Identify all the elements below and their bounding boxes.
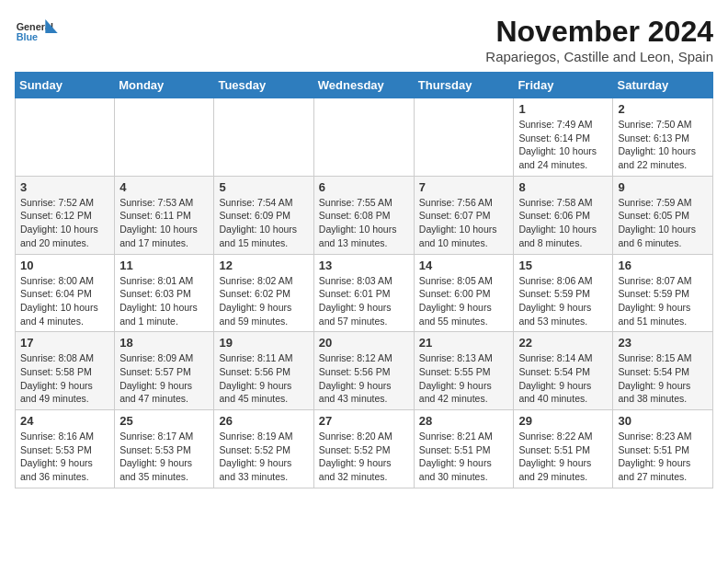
calendar-cell: 11Sunrise: 8:01 AM Sunset: 6:03 PM Dayli… (115, 254, 214, 332)
day-number: 15 (518, 259, 608, 272)
day-info: Sunrise: 7:58 AM Sunset: 6:06 PM Dayligh… (518, 196, 608, 250)
location: Rapariegos, Castille and Leon, Spain (485, 49, 713, 64)
day-number: 21 (419, 336, 509, 350)
day-number: 26 (219, 414, 308, 428)
day-number: 3 (20, 180, 109, 194)
calendar-cell (214, 98, 313, 177)
calendar-cell: 13Sunrise: 8:03 AM Sunset: 6:01 PM Dayli… (313, 254, 414, 332)
day-number: 24 (20, 414, 109, 428)
day-info: Sunrise: 7:53 AM Sunset: 6:11 PM Dayligh… (119, 196, 209, 250)
day-info: Sunrise: 8:16 AM Sunset: 5:53 PM Dayligh… (20, 430, 109, 484)
weekday-header: Tuesday (214, 73, 313, 98)
calendar-week-row: 24Sunrise: 8:16 AM Sunset: 5:53 PM Dayli… (16, 410, 713, 488)
calendar-cell: 12Sunrise: 8:02 AM Sunset: 6:02 PM Dayli… (214, 254, 313, 332)
logo-svg: General Blue (15, 15, 61, 52)
day-number: 13 (319, 259, 409, 272)
day-number: 12 (219, 259, 308, 272)
day-info: Sunrise: 8:09 AM Sunset: 5:57 PM Dayligh… (119, 351, 209, 406)
day-info: Sunrise: 8:23 AM Sunset: 5:51 PM Dayligh… (618, 430, 708, 484)
calendar-cell (115, 98, 214, 177)
calendar-cell: 22Sunrise: 8:14 AM Sunset: 5:54 PM Dayli… (514, 332, 613, 410)
calendar-cell: 28Sunrise: 8:21 AM Sunset: 5:51 PM Dayli… (414, 410, 514, 488)
calendar-cell: 25Sunrise: 8:17 AM Sunset: 5:53 PM Dayli… (115, 410, 214, 488)
day-info: Sunrise: 7:49 AM Sunset: 6:14 PM Dayligh… (518, 118, 608, 172)
day-info: Sunrise: 8:01 AM Sunset: 6:03 PM Dayligh… (119, 274, 209, 328)
day-info: Sunrise: 8:11 AM Sunset: 5:56 PM Dayligh… (219, 351, 308, 406)
month-title: November 2024 (485, 15, 713, 49)
day-number: 22 (518, 336, 608, 350)
day-number: 2 (618, 102, 708, 116)
day-info: Sunrise: 8:12 AM Sunset: 5:56 PM Dayligh… (319, 351, 409, 406)
day-number: 18 (119, 336, 209, 350)
calendar-week-row: 3Sunrise: 7:52 AM Sunset: 6:12 PM Daylig… (16, 176, 713, 254)
day-info: Sunrise: 8:21 AM Sunset: 5:51 PM Dayligh… (419, 430, 509, 484)
calendar-cell: 17Sunrise: 8:08 AM Sunset: 5:58 PM Dayli… (16, 332, 115, 410)
day-number: 8 (518, 180, 608, 194)
day-number: 23 (618, 336, 708, 350)
day-info: Sunrise: 8:02 AM Sunset: 6:02 PM Dayligh… (219, 274, 308, 328)
logo: General Blue (15, 15, 61, 52)
calendar-cell: 14Sunrise: 8:05 AM Sunset: 6:00 PM Dayli… (414, 254, 514, 332)
calendar-cell (414, 98, 514, 177)
title-area: November 2024 Rapariegos, Castille and L… (485, 15, 713, 64)
calendar-cell: 4Sunrise: 7:53 AM Sunset: 6:11 PM Daylig… (115, 176, 214, 254)
day-number: 5 (219, 180, 308, 194)
calendar-cell: 1Sunrise: 7:49 AM Sunset: 6:14 PM Daylig… (514, 98, 613, 177)
calendar-cell: 10Sunrise: 8:00 AM Sunset: 6:04 PM Dayli… (16, 254, 115, 332)
calendar-cell (16, 98, 115, 177)
day-info: Sunrise: 8:00 AM Sunset: 6:04 PM Dayligh… (20, 274, 109, 328)
day-number: 28 (419, 414, 509, 428)
calendar-cell: 5Sunrise: 7:54 AM Sunset: 6:09 PM Daylig… (214, 176, 313, 254)
day-info: Sunrise: 8:07 AM Sunset: 5:59 PM Dayligh… (618, 274, 708, 328)
day-info: Sunrise: 8:20 AM Sunset: 5:52 PM Dayligh… (319, 430, 409, 484)
svg-text:Blue: Blue (17, 31, 38, 42)
calendar-week-row: 1Sunrise: 7:49 AM Sunset: 6:14 PM Daylig… (16, 98, 713, 177)
calendar-cell: 26Sunrise: 8:19 AM Sunset: 5:52 PM Dayli… (214, 410, 313, 488)
header: General Blue November 2024 Rapariegos, C… (15, 15, 713, 64)
calendar-cell: 20Sunrise: 8:12 AM Sunset: 5:56 PM Dayli… (313, 332, 414, 410)
day-info: Sunrise: 7:59 AM Sunset: 6:05 PM Dayligh… (618, 196, 708, 250)
day-number: 19 (219, 336, 308, 350)
calendar-cell: 18Sunrise: 8:09 AM Sunset: 5:57 PM Dayli… (115, 332, 214, 410)
day-number: 10 (20, 259, 109, 272)
day-info: Sunrise: 7:56 AM Sunset: 6:07 PM Dayligh… (419, 196, 509, 250)
calendar-cell: 15Sunrise: 8:06 AM Sunset: 5:59 PM Dayli… (514, 254, 613, 332)
day-info: Sunrise: 7:55 AM Sunset: 6:08 PM Dayligh… (319, 196, 409, 250)
day-number: 6 (319, 180, 409, 194)
day-info: Sunrise: 7:50 AM Sunset: 6:13 PM Dayligh… (618, 118, 708, 172)
calendar: SundayMondayTuesdayWednesdayThursdayFrid… (15, 72, 713, 488)
day-info: Sunrise: 7:52 AM Sunset: 6:12 PM Dayligh… (20, 196, 109, 250)
day-number: 25 (119, 414, 209, 428)
calendar-cell: 7Sunrise: 7:56 AM Sunset: 6:07 PM Daylig… (414, 176, 514, 254)
weekday-header: Monday (115, 73, 214, 98)
day-number: 27 (319, 414, 409, 428)
calendar-cell (313, 98, 414, 177)
calendar-cell: 3Sunrise: 7:52 AM Sunset: 6:12 PM Daylig… (16, 176, 115, 254)
day-info: Sunrise: 8:05 AM Sunset: 6:00 PM Dayligh… (419, 274, 509, 328)
calendar-cell: 8Sunrise: 7:58 AM Sunset: 6:06 PM Daylig… (514, 176, 613, 254)
calendar-cell: 19Sunrise: 8:11 AM Sunset: 5:56 PM Dayli… (214, 332, 313, 410)
calendar-cell: 6Sunrise: 7:55 AM Sunset: 6:08 PM Daylig… (313, 176, 414, 254)
calendar-week-row: 17Sunrise: 8:08 AM Sunset: 5:58 PM Dayli… (16, 332, 713, 410)
weekday-header: Wednesday (313, 73, 414, 98)
day-info: Sunrise: 8:22 AM Sunset: 5:51 PM Dayligh… (518, 430, 608, 484)
calendar-cell: 16Sunrise: 8:07 AM Sunset: 5:59 PM Dayli… (613, 254, 713, 332)
calendar-cell: 23Sunrise: 8:15 AM Sunset: 5:54 PM Dayli… (613, 332, 713, 410)
calendar-cell: 9Sunrise: 7:59 AM Sunset: 6:05 PM Daylig… (613, 176, 713, 254)
day-number: 17 (20, 336, 109, 350)
day-info: Sunrise: 8:19 AM Sunset: 5:52 PM Dayligh… (219, 430, 308, 484)
calendar-cell: 21Sunrise: 8:13 AM Sunset: 5:55 PM Dayli… (414, 332, 514, 410)
day-info: Sunrise: 8:03 AM Sunset: 6:01 PM Dayligh… (319, 274, 409, 328)
day-number: 20 (319, 336, 409, 350)
weekday-header: Saturday (613, 73, 713, 98)
day-info: Sunrise: 8:17 AM Sunset: 5:53 PM Dayligh… (119, 430, 209, 484)
day-number: 14 (419, 259, 509, 272)
day-info: Sunrise: 8:08 AM Sunset: 5:58 PM Dayligh… (20, 351, 109, 406)
calendar-cell: 30Sunrise: 8:23 AM Sunset: 5:51 PM Dayli… (613, 410, 713, 488)
day-info: Sunrise: 8:15 AM Sunset: 5:54 PM Dayligh… (618, 351, 708, 406)
calendar-cell: 29Sunrise: 8:22 AM Sunset: 5:51 PM Dayli… (514, 410, 613, 488)
day-number: 29 (518, 414, 608, 428)
day-info: Sunrise: 7:54 AM Sunset: 6:09 PM Dayligh… (219, 196, 308, 250)
calendar-cell: 2Sunrise: 7:50 AM Sunset: 6:13 PM Daylig… (613, 98, 713, 177)
day-info: Sunrise: 8:13 AM Sunset: 5:55 PM Dayligh… (419, 351, 509, 406)
